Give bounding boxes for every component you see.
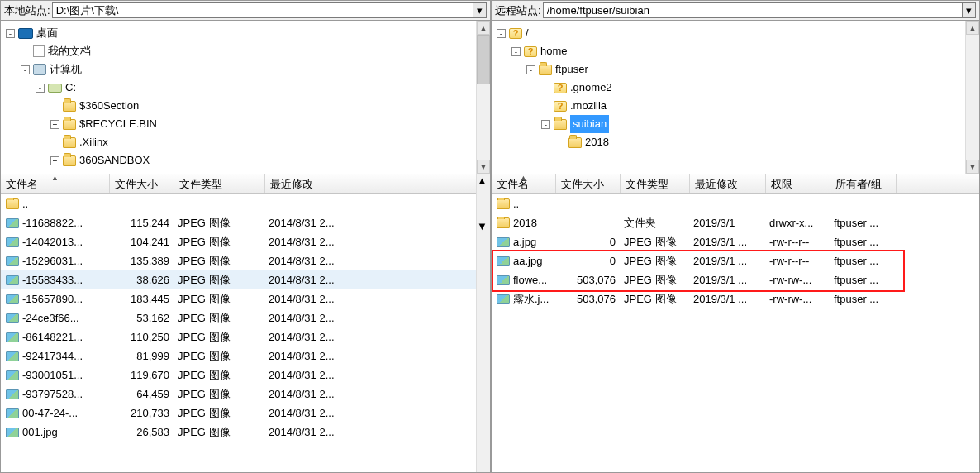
drive-icon: [48, 84, 62, 93]
column-header[interactable]: 文件名▲: [1, 174, 110, 194]
scroll-up-icon[interactable]: ▲: [477, 21, 490, 35]
remote-tree[interactable]: -?/-?home-ftpuser?.gnome2?.mozilla-suibi…: [492, 21, 979, 174]
file-row[interactable]: 露水.j...503,076JPEG 图像2019/3/1 ...-rw-rw-…: [492, 289, 979, 308]
tree-node[interactable]: 2018: [497, 133, 978, 151]
jpeg-icon: [497, 256, 510, 266]
column-header[interactable]: 最近修改: [265, 174, 480, 194]
file-name: -14042013...: [22, 236, 83, 248]
tree-node[interactable]: $360Section: [6, 97, 488, 115]
scroll-thumb[interactable]: [477, 35, 490, 84]
local-list-scrollbar[interactable]: ▲ ▼: [476, 174, 490, 472]
collapse-icon[interactable]: -: [21, 65, 30, 74]
column-header[interactable]: 最近修改: [690, 174, 766, 194]
file-name: 露水.j...: [513, 292, 549, 307]
local-file-list[interactable]: 文件名▲文件大小文件类型最近修改 ..-11688822...115,244JP…: [1, 174, 490, 472]
file-row[interactable]: a.jpg0JPEG 图像2019/3/1 ...-rw-r--r--ftpus…: [492, 232, 979, 251]
cell-name: -93797528...: [2, 388, 112, 400]
remote-path-input[interactable]: [543, 2, 963, 18]
scroll-up-icon[interactable]: ▲: [966, 21, 979, 35]
tree-node[interactable]: -ftpuser: [497, 60, 978, 79]
tree-node[interactable]: ?.mozilla: [497, 97, 978, 115]
column-header[interactable]: 文件类型: [174, 174, 265, 194]
collapse-icon[interactable]: -: [526, 65, 535, 74]
tree-node[interactable]: -?/: [497, 24, 978, 42]
tree-node[interactable]: +360SANDBOX: [6, 151, 488, 170]
column-header[interactable]: 所有者/组: [830, 174, 897, 194]
cell-type: JPEG 图像: [176, 349, 267, 364]
expander-blank: [541, 102, 550, 111]
collapse-icon[interactable]: -: [511, 47, 521, 56]
remote-path-dropdown[interactable]: ▾: [963, 2, 976, 18]
cell-perm: drwxr-x...: [768, 217, 832, 229]
file-row[interactable]: aa.jpg0JPEG 图像2019/3/1 ...-rw-r--r--ftpu…: [492, 251, 979, 270]
tree-node[interactable]: 我的文档: [6, 42, 488, 60]
file-row[interactable]: 001.jpg26,583JPEG 图像2014/8/31 2...: [1, 423, 490, 442]
expand-icon[interactable]: +: [50, 156, 59, 165]
tree-node[interactable]: -suibian: [497, 115, 978, 133]
file-row[interactable]: -15296031...135,389JPEG 图像2014/8/31 2...: [1, 251, 490, 270]
column-header[interactable]: 文件名▲: [492, 174, 556, 194]
column-header[interactable]: 文件大小: [110, 174, 174, 194]
tree-node[interactable]: +$RECYCLE.BIN: [6, 115, 488, 133]
cell-name: -93001051...: [2, 369, 112, 381]
local-path-dropdown[interactable]: ▾: [473, 2, 487, 18]
scroll-down-icon[interactable]: ▼: [477, 220, 490, 232]
file-name: 001.jpg: [22, 426, 58, 438]
collapse-icon[interactable]: -: [497, 29, 506, 38]
local-tree-scrollbar[interactable]: ▲ ▼: [476, 21, 490, 174]
tree-label: .mozilla: [570, 97, 607, 115]
local-tree[interactable]: -桌面我的文档-计算机-C:$360Section+$RECYCLE.BIN.X…: [1, 21, 490, 174]
cell-size: 0: [558, 236, 622, 248]
file-row[interactable]: 00-47-24-...210,733JPEG 图像2014/8/31 2...: [1, 404, 490, 423]
file-row[interactable]: -11688822...115,244JPEG 图像2014/8/31 2...: [1, 213, 490, 232]
cell-size: 503,076: [558, 274, 622, 286]
file-row[interactable]: -93797528...64,459JPEG 图像2014/8/31 2...: [1, 385, 490, 404]
jpeg-icon: [6, 275, 19, 285]
expand-icon[interactable]: +: [50, 120, 59, 129]
file-row[interactable]: -93001051...119,670JPEG 图像2014/8/31 2...: [1, 366, 490, 385]
collapse-icon[interactable]: -: [541, 120, 550, 129]
remote-tree-scrollbar[interactable]: ▲ ▼: [965, 21, 979, 174]
folder-icon: [497, 198, 510, 209]
tree-node[interactable]: -?home: [497, 42, 978, 60]
tree-label: 我的文档: [48, 42, 91, 60]
file-row[interactable]: -15583433...38,626JPEG 图像2014/8/31 2...: [1, 270, 490, 289]
remote-file-list[interactable]: 文件名▲文件大小文件类型最近修改权限所有者/组 ..2018文件夹2019/3/…: [492, 174, 979, 472]
file-row[interactable]: ..: [492, 194, 979, 213]
column-header[interactable]: 文件大小: [556, 174, 621, 194]
remote-path-label: 远程站点:: [495, 3, 541, 18]
folder-icon: [63, 137, 76, 148]
cell-type: JPEG 图像: [176, 330, 267, 345]
tree-node[interactable]: -计算机: [6, 60, 488, 79]
cell-type: JPEG 图像: [176, 387, 267, 402]
column-header[interactable]: 权限: [766, 174, 830, 194]
cell-mod: 2014/8/31 2...: [267, 426, 482, 438]
file-row[interactable]: -14042013...104,241JPEG 图像2014/8/31 2...: [1, 232, 490, 251]
scroll-down-icon[interactable]: ▼: [966, 160, 979, 174]
local-pane: 本地站点: ▾ -桌面我的文档-计算机-C:$360Section+$RECYC…: [0, 0, 491, 473]
scroll-up-icon[interactable]: ▲: [477, 174, 490, 187]
scroll-thumb[interactable]: [477, 187, 490, 220]
cell-name: a.jpg: [493, 236, 558, 248]
tree-node[interactable]: -桌面: [6, 24, 488, 42]
cell-mod: 2014/8/31 2...: [267, 312, 482, 324]
file-row[interactable]: ..: [1, 194, 490, 213]
file-row[interactable]: -15657890...183,445JPEG 图像2014/8/31 2...: [1, 289, 490, 308]
scroll-down-icon[interactable]: ▼: [477, 160, 490, 174]
local-path-input[interactable]: [52, 2, 473, 18]
file-row[interactable]: 2018文件夹2019/3/1drwxr-x...ftpuser ...: [492, 213, 979, 232]
file-row[interactable]: -92417344...81,999JPEG 图像2014/8/31 2...: [1, 346, 490, 366]
collapse-icon[interactable]: -: [36, 84, 45, 93]
collapse-icon[interactable]: -: [6, 29, 15, 38]
cell-mod: 2014/8/31 2...: [267, 236, 482, 248]
tree-node[interactable]: .Xilinx: [6, 133, 488, 151]
tree-label: 2018: [585, 133, 609, 151]
file-row[interactable]: -24ce3f66...53,162JPEG 图像2014/8/31 2...: [1, 308, 490, 327]
cell-size: 104,241: [112, 236, 176, 248]
tree-node[interactable]: ?.gnome2: [497, 79, 978, 97]
file-row[interactable]: -86148221...110,250JPEG 图像2014/8/31 2...: [1, 327, 490, 346]
tree-node[interactable]: -C:: [6, 79, 488, 97]
file-row[interactable]: flowe...503,076JPEG 图像2019/3/1 ...-rw-rw…: [492, 270, 979, 289]
column-header[interactable]: 文件类型: [621, 174, 690, 194]
sort-ascending-icon: ▲: [51, 174, 59, 182]
